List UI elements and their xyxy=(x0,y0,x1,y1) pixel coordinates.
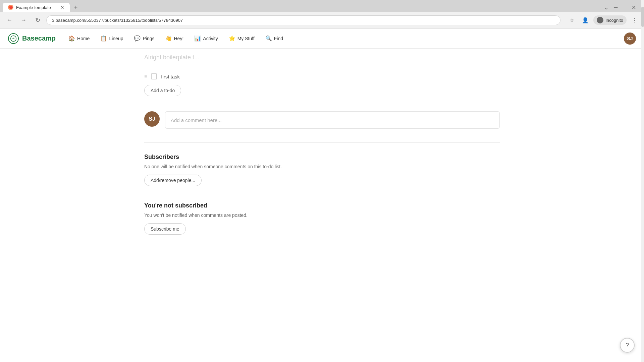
commenter-avatar[interactable]: SJ xyxy=(144,111,160,127)
minimize-button[interactable]: ─ xyxy=(614,4,618,10)
mystuff-icon: ⭐ xyxy=(229,35,235,42)
comment-placeholder: Add a comment here... xyxy=(171,117,222,123)
address-bar[interactable]: 3.basecamp.com/5550377/buckets/31325815/… xyxy=(46,15,560,25)
main-content: Alright boilerplate t... ≡ first task Ad… xyxy=(131,49,513,243)
task-item: ≡ first task xyxy=(144,71,500,82)
hey-icon: 👋 xyxy=(165,35,172,42)
incognito-indicator: Incognito xyxy=(593,15,627,25)
logo-icon xyxy=(8,33,19,44)
new-tab-button[interactable]: + xyxy=(71,3,80,12)
scrollbar-track[interactable] xyxy=(641,0,644,350)
pings-icon: 💬 xyxy=(134,35,141,42)
task-checkbox[interactable] xyxy=(151,73,157,79)
nav-pings-label: Pings xyxy=(143,36,154,41)
logo-text: Basecamp xyxy=(22,35,56,42)
add-todo-button[interactable]: Add a to-do xyxy=(144,85,181,96)
scrollbar-thumb[interactable] xyxy=(641,7,644,27)
nav-lineup-label: Lineup xyxy=(109,36,123,41)
maximize-button[interactable]: □ xyxy=(623,4,626,10)
forward-button[interactable]: → xyxy=(18,15,29,25)
comment-section: SJ Add a comment here... xyxy=(144,103,500,137)
nav-hey[interactable]: 👋 Hey! xyxy=(161,33,189,44)
nav-find[interactable]: 🔍 Find xyxy=(261,33,288,44)
subscribers-description: No one will be notified when someone com… xyxy=(144,164,500,169)
bookmark-button[interactable]: ☆ xyxy=(567,15,577,25)
subscribe-me-label: Subscribe me xyxy=(151,226,179,232)
comment-input[interactable]: Add a comment here... xyxy=(165,111,500,129)
lineup-icon: 📋 xyxy=(100,35,107,42)
nav-mystuff[interactable]: ⭐ My Stuff xyxy=(224,33,259,44)
not-subscribed-description: You won't be notified when comments are … xyxy=(144,213,500,218)
basecamp-logo[interactable]: Basecamp xyxy=(8,33,56,44)
back-button[interactable]: ← xyxy=(4,15,15,25)
nav-activity-label: Activity xyxy=(203,36,218,41)
task-section: ≡ first task Add a to-do xyxy=(144,64,500,103)
find-icon: 🔍 xyxy=(265,35,272,42)
tab-close-button[interactable]: ✕ xyxy=(60,5,64,10)
subscribers-section: Subscribers No one will be notified when… xyxy=(144,142,500,194)
incognito-label: Incognito xyxy=(605,18,623,23)
nav-items: 🏠 Home 📋 Lineup 💬 Pings 👋 Hey! 📊 xyxy=(64,33,624,44)
content-divider-3 xyxy=(144,137,500,137)
nav-activity[interactable]: 📊 Activity xyxy=(190,33,222,44)
nav-home[interactable]: 🏠 Home xyxy=(64,33,94,44)
activity-icon: 📊 xyxy=(194,35,201,42)
nav-find-label: Find xyxy=(274,36,283,41)
subscribers-title: Subscribers xyxy=(144,154,500,161)
add-remove-people-button[interactable]: Add/remove people... xyxy=(144,175,202,186)
nav-mystuff-label: My Stuff xyxy=(237,36,255,41)
add-remove-people-label: Add/remove people... xyxy=(151,178,195,183)
user-avatar[interactable]: SJ xyxy=(624,33,636,45)
incognito-icon xyxy=(597,17,603,23)
close-button[interactable]: ✕ xyxy=(632,4,636,11)
nav-lineup[interactable]: 📋 Lineup xyxy=(96,33,128,44)
help-button[interactable]: ? xyxy=(620,338,635,350)
nav-hey-label: Hey! xyxy=(174,36,184,41)
add-todo-label: Add a to-do xyxy=(151,88,175,93)
drag-handle-icon[interactable]: ≡ xyxy=(144,74,147,79)
faded-header-text: Alright boilerplate t... xyxy=(144,49,500,64)
reload-button[interactable]: ↻ xyxy=(32,15,43,25)
not-subscribed-title: You're not subscribed xyxy=(144,202,500,209)
profile-button[interactable]: 👤 xyxy=(580,15,591,25)
subscribe-me-button[interactable]: Subscribe me xyxy=(144,223,186,235)
tab-title: Example template xyxy=(16,5,51,10)
task-label: first task xyxy=(161,74,180,79)
nav-pings[interactable]: 💬 Pings xyxy=(129,33,159,44)
url-display: 3.basecamp.com/5550377/buckets/31325815/… xyxy=(52,18,183,23)
chevron-down-icon[interactable]: ⌄ xyxy=(604,4,608,11)
top-navigation: Basecamp 🏠 Home 📋 Lineup 💬 Pings 👋 Hey! xyxy=(0,28,644,49)
home-icon: 🏠 xyxy=(68,35,75,42)
not-subscribed-section: You're not subscribed You won't be notif… xyxy=(144,194,500,243)
nav-home-label: Home xyxy=(77,36,90,41)
menu-button[interactable]: ⋮ xyxy=(629,15,640,25)
tab-favicon: 🔴 xyxy=(8,5,13,10)
help-icon: ? xyxy=(626,342,629,349)
window-controls: ⌄ ─ □ ✕ xyxy=(604,4,641,11)
browser-tab[interactable]: 🔴 Example template ✕ xyxy=(3,3,70,12)
